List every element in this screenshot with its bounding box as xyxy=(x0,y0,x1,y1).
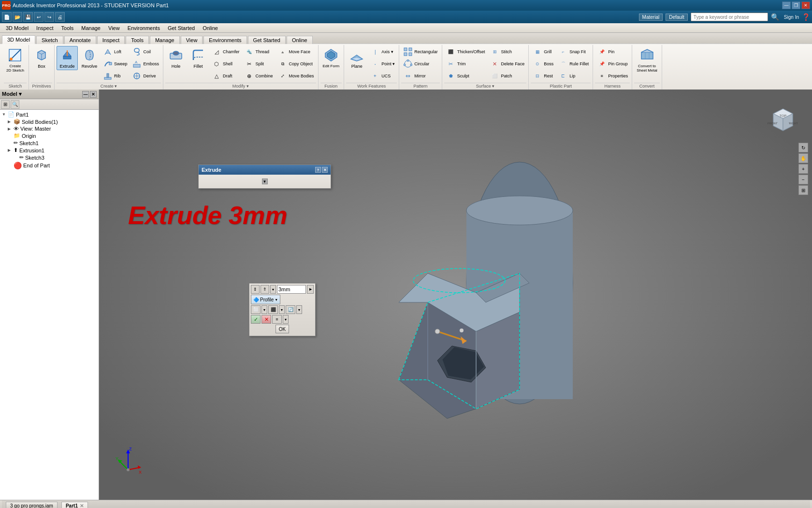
maximize-button[interactable]: ❐ xyxy=(792,1,800,9)
tree-item-sketch3[interactable]: ✏ Sketch3 xyxy=(0,154,99,161)
rule-fillet-button[interactable]: ⌒ Rule Fillet xyxy=(556,58,591,70)
dialog-expand-button[interactable]: ▶ xyxy=(307,285,314,294)
dialog-dropdown-button[interactable]: ▼ xyxy=(270,285,276,294)
tree-item-view-master[interactable]: ▶ 👁 View: Master xyxy=(0,125,99,132)
tree-item-extrusion1[interactable]: ▶ ⬆ Extrusion1 xyxy=(0,147,99,154)
tree-item-origin[interactable]: 📁 Origin xyxy=(0,132,99,139)
search-icon[interactable]: 🔍 xyxy=(771,13,779,21)
tree-item-end-of-part[interactable]: 🔴 End of Part xyxy=(0,161,99,170)
grill-button[interactable]: ▦ Grill xyxy=(531,46,555,58)
thread-button[interactable]: 🔩 Thread xyxy=(242,46,275,58)
extrude-dimension-input[interactable]: 3mm xyxy=(277,285,306,294)
dialog-op2-dd[interactable]: ▼ xyxy=(279,305,285,314)
boss-button[interactable]: ⊙ Boss xyxy=(531,58,555,70)
qa-redo-button[interactable]: ↪ xyxy=(44,12,54,22)
patch-button[interactable]: ⬜ Patch xyxy=(488,70,527,82)
point-button[interactable]: · Point ▾ xyxy=(368,58,397,70)
tab-environments[interactable]: Environments xyxy=(203,36,246,44)
plane-button[interactable]: Plane xyxy=(346,46,367,70)
file-tab-part1[interactable]: Part1 ✕ xyxy=(61,502,88,508)
properties-button[interactable]: ≡ Properties xyxy=(595,70,630,82)
dialog-op1-dd[interactable]: ▼ xyxy=(261,305,267,314)
minimize-button[interactable]: — xyxy=(782,1,791,9)
lip-button[interactable]: ⊏ Lip xyxy=(556,70,591,82)
menu-environments[interactable]: Environments xyxy=(124,25,164,31)
panel-minimize-button[interactable]: — xyxy=(82,91,89,98)
fillet-button[interactable]: Fillet xyxy=(188,46,209,70)
dialog-op2-button[interactable]: ⬛ xyxy=(268,305,278,314)
tree-expander[interactable]: ▼ xyxy=(2,112,8,117)
navigation-cube[interactable]: TOP FRONT RIGHT xyxy=(764,99,802,138)
revolve-button[interactable]: Revolve xyxy=(79,46,100,70)
loft-button[interactable]: Loft xyxy=(101,46,130,58)
tree-expander[interactable]: ▶ xyxy=(8,127,14,131)
split-button[interactable]: ✂ Split xyxy=(242,58,275,70)
copy-object-button[interactable]: ⧉ Copy Object xyxy=(276,58,316,70)
rest-button[interactable]: ⊟ Rest xyxy=(531,70,555,82)
user-signin[interactable]: Sign In xyxy=(784,15,799,20)
profile-button[interactable]: 🔷 Profile ▼ xyxy=(251,295,280,304)
tree-expander[interactable]: ▶ xyxy=(8,148,14,152)
move-face-button[interactable]: ⟁ Move Face xyxy=(276,46,316,58)
pan-button[interactable]: ✋ xyxy=(798,153,808,163)
draft-button[interactable]: △ Draft xyxy=(210,70,242,82)
move-bodies-button[interactable]: ⤢ Move Bodies xyxy=(276,70,316,82)
qa-open-button[interactable]: 📂 xyxy=(13,12,22,22)
menu-get-started[interactable]: Get Started xyxy=(164,25,199,31)
dialog-dir-button[interactable]: ⇑ xyxy=(261,285,269,294)
titlebar-controls[interactable]: — ❐ ✕ xyxy=(782,1,810,9)
thicken-offset-button[interactable]: ⬛ Thicken/Offset xyxy=(444,46,487,58)
delete-face-button[interactable]: ✕ Delete Face xyxy=(488,58,527,70)
menu-view[interactable]: View xyxy=(104,25,124,31)
derive-button[interactable]: Derive xyxy=(130,70,161,82)
dialog-sym-button[interactable]: ⇕ xyxy=(251,285,260,294)
sculpt-button[interactable]: ⬟ Sculpt xyxy=(444,70,487,82)
qa-save-button[interactable]: 💾 xyxy=(23,12,33,22)
zoom-out-button[interactable]: − xyxy=(798,175,808,184)
box-button[interactable]: Box xyxy=(31,46,52,70)
convert-sheet-metal-button[interactable]: Convert toSheet Metal xyxy=(634,46,660,74)
menu-tools[interactable]: Tools xyxy=(58,25,78,31)
rib-button[interactable]: Rib xyxy=(101,70,130,82)
dialog-op1-button[interactable]: ⬜ xyxy=(251,305,261,314)
help-icon[interactable]: ❓ xyxy=(802,13,810,21)
close-button[interactable]: ✕ xyxy=(801,1,810,9)
chamfer-button[interactable]: ◿ Chamfer xyxy=(210,46,242,58)
file-tab-close-icon[interactable]: ✕ xyxy=(80,503,84,508)
orbit-button[interactable]: ↻ xyxy=(798,143,808,152)
file-tab-prongs[interactable]: 3 go pro prongs.iam xyxy=(6,502,58,508)
tab-3d-model[interactable]: 3D Model xyxy=(2,35,35,44)
filter-button[interactable]: ⊞ xyxy=(1,100,10,109)
dialog-cancel-button[interactable]: ✕ xyxy=(261,315,271,324)
tree-expander[interactable]: ▶ xyxy=(8,120,14,124)
tab-manage[interactable]: Manage xyxy=(150,36,180,44)
menu-online[interactable]: Online xyxy=(199,25,222,31)
extrude-panel-header[interactable]: Extrude ? ✕ xyxy=(199,165,331,175)
tree-item-part1[interactable]: ▼ 📄 Part1 xyxy=(0,111,99,118)
tab-tools[interactable]: Tools xyxy=(126,36,149,44)
edit-form-button[interactable]: Edit Form xyxy=(320,46,342,70)
menu-inspect[interactable]: Inspect xyxy=(32,25,57,31)
rectangular-button[interactable]: Rectangular xyxy=(401,46,440,58)
dialog-op3-dd[interactable]: ▼ xyxy=(296,305,302,314)
tab-online[interactable]: Online xyxy=(287,36,313,44)
qa-print-button[interactable]: 🖨 xyxy=(55,12,65,22)
extrude-button[interactable]: Extrude xyxy=(57,46,78,70)
coil-button[interactable]: Coil xyxy=(130,46,161,58)
combine-button[interactable]: ⊕ Combine xyxy=(242,70,275,82)
material-selector[interactable]: Material xyxy=(639,14,663,21)
hole-button[interactable]: Hole xyxy=(165,46,187,70)
dialog-more-dd[interactable]: ▼ xyxy=(283,315,289,324)
tree-item-sketch1[interactable]: ✏ Sketch1 xyxy=(0,139,99,147)
emboss-button[interactable]: A Emboss xyxy=(130,58,161,70)
menu-manage[interactable]: Manage xyxy=(77,25,104,31)
tab-view[interactable]: View xyxy=(181,36,203,44)
search-input[interactable] xyxy=(691,13,768,21)
fit-button[interactable]: ⊞ xyxy=(798,185,808,195)
pin-group-button[interactable]: 📌 Pin Group xyxy=(595,58,630,70)
profile-dropdown[interactable]: ▼ xyxy=(275,298,278,301)
tab-sketch[interactable]: Sketch xyxy=(36,36,63,44)
default-selector[interactable]: Default xyxy=(666,14,688,21)
zoom-in-button[interactable]: + xyxy=(798,164,808,174)
panel-help-button[interactable]: ? xyxy=(315,167,321,173)
